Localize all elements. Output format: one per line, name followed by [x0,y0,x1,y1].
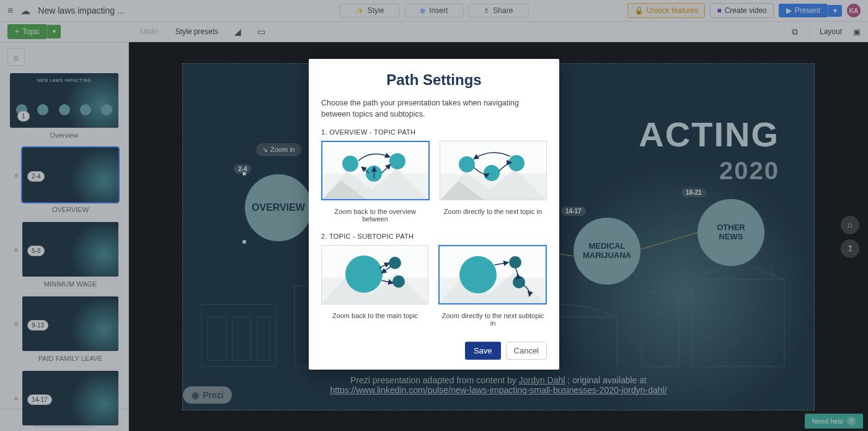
section-1-options [321,141,547,200]
cancel-button[interactable]: Cancel [506,342,547,360]
section-2-options [321,245,547,304]
option-overview-zoom-back[interactable] [321,141,430,200]
path-settings-modal: Path Settings Choose the path your prese… [309,59,559,370]
section-2-captions: Zoom back to the main topic Zoom directl… [321,308,547,327]
option-subtopic-zoom-direct[interactable] [438,245,547,304]
option-overview-zoom-direct[interactable] [440,141,547,200]
option-diagram [322,142,428,199]
option-caption: Zoom directly to the next topic in [439,208,547,223]
modal-title: Path Settings [321,71,547,89]
option-caption: Zoom directly to the next subtopic in [439,312,547,327]
option-diagram [322,246,428,304]
section-1-label: 1. OVERVIEW - TOPIC PATH [321,128,547,136]
option-caption: Zoom back to the main topic [321,312,429,327]
section-1-captions: Zoom back to the overview between Zoom d… [321,204,547,223]
option-caption: Zoom back to the overview between [321,208,429,223]
save-button[interactable]: Save [465,342,501,360]
option-subtopic-zoom-back[interactable] [321,245,428,304]
modal-description: Choose the path your presentation takes … [321,97,547,120]
section-2-label: 2. TOPIC - SUBTOPIC PATH [321,233,547,240]
modal-overlay[interactable]: Path Settings Choose the path your prese… [0,0,868,431]
option-diagram [440,246,546,303]
option-diagram [440,141,546,200]
modal-footer: Save Cancel [321,342,547,360]
